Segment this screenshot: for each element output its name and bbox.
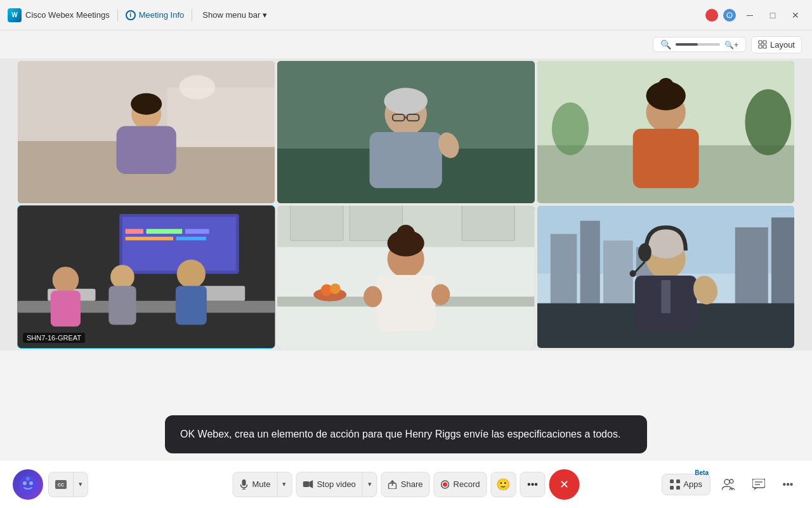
participant-bg-6: [537, 206, 794, 348]
svg-rect-57: [376, 275, 436, 331]
svg-point-82: [26, 477, 30, 481]
ai-assistant-button[interactable]: [13, 469, 43, 500]
toolbar-center: Mute ▾ Stop video ▾ S: [233, 469, 580, 500]
zoom-slider-fill: [676, 43, 698, 46]
apps-button[interactable]: Beta Apps: [662, 474, 710, 495]
record-icon: [441, 480, 450, 489]
ai-transcript-overlay: OK Webex, crea un elemento de acción par…: [165, 415, 647, 453]
share-button-group[interactable]: Share: [381, 472, 430, 497]
share-icon: [388, 480, 397, 489]
svg-point-55: [330, 283, 341, 294]
zoom-slider[interactable]: [676, 43, 720, 46]
svg-rect-11: [117, 126, 176, 174]
participant-bg-5: [277, 206, 534, 348]
svg-point-45: [177, 260, 206, 288]
svg-rect-85: [242, 479, 246, 486]
chat-button[interactable]: [746, 472, 771, 497]
participant-bg-2: [277, 61, 534, 203]
mute-dropdown-arrow-icon[interactable]: ▾: [277, 472, 291, 497]
participant-bg-1: [18, 61, 275, 203]
separator-1: [117, 9, 118, 22]
svg-rect-4: [759, 45, 762, 48]
emoji-reaction-button[interactable]: 🙂: [490, 472, 516, 497]
stop-video-button-group[interactable]: Stop video ▾: [296, 472, 377, 497]
minimize-button[interactable]: ─: [741, 6, 759, 24]
apps-label: Apps: [683, 479, 702, 489]
app-logo-area: W Cisco Webex Meetings: [8, 8, 110, 22]
svg-point-61: [432, 284, 450, 305]
svg-rect-8: [167, 87, 275, 147]
show-menu-label: Show menu bar: [202, 10, 260, 20]
svg-rect-2: [759, 41, 762, 44]
svg-point-17: [384, 88, 428, 114]
chat-icon: [752, 479, 765, 490]
svg-rect-34: [147, 229, 183, 234]
participant-bg-3: [537, 61, 794, 203]
svg-rect-93: [670, 479, 674, 483]
record-label: Record: [454, 479, 480, 489]
participants-button[interactable]: [716, 472, 741, 497]
svg-rect-37: [176, 237, 206, 241]
svg-point-92: [443, 482, 447, 486]
svg-text:CC: CC: [58, 483, 64, 487]
svg-rect-88: [303, 481, 309, 487]
video-tile-6: [537, 206, 794, 348]
mute-button-main[interactable]: Mute: [233, 472, 278, 497]
ai-face-icon: [18, 474, 38, 495]
tile-inner-2: [277, 61, 534, 203]
toolbar-more-button[interactable]: •••: [776, 473, 799, 496]
svg-rect-16: [370, 132, 442, 188]
video-tile-1: [18, 61, 275, 203]
zoom-out-button[interactable]: 🔍: [658, 39, 673, 50]
svg-marker-89: [309, 480, 313, 488]
show-menu-button[interactable]: Show menu bar ▾: [202, 10, 267, 20]
video-dropdown-arrow-icon[interactable]: ▾: [363, 472, 377, 497]
maximize-button[interactable]: □: [764, 6, 782, 24]
svg-rect-96: [676, 486, 680, 490]
svg-rect-35: [185, 229, 209, 234]
video-camera-icon: [303, 480, 313, 488]
meeting-info-label: Meeting Info: [139, 10, 185, 20]
svg-point-29: [658, 78, 674, 94]
video-tile-2: [277, 61, 534, 203]
svg-point-97: [724, 479, 730, 485]
tile-inner-1: [18, 61, 275, 203]
share-button-main[interactable]: Share: [382, 472, 429, 497]
stop-video-button-main[interactable]: Stop video: [296, 472, 362, 497]
tile-inner-4: [18, 206, 275, 348]
svg-rect-33: [126, 229, 143, 234]
close-button[interactable]: ✕: [787, 6, 804, 24]
window-controls: i ─ □ ✕: [705, 6, 804, 24]
participants-icon: [722, 479, 735, 490]
svg-point-81: [29, 481, 33, 485]
svg-point-41: [53, 267, 79, 293]
video-tile-3: [537, 61, 794, 203]
mute-label: Mute: [252, 479, 271, 489]
mute-button-group[interactable]: Mute ▾: [233, 472, 292, 497]
layout-button[interactable]: Layout: [751, 36, 802, 53]
toolbar-more-icon: •••: [783, 479, 794, 490]
beta-badge: Beta: [695, 469, 709, 476]
end-call-button[interactable]: ✕: [549, 469, 579, 500]
toolbar-right: Beta Apps: [662, 472, 799, 497]
maximize-icon: □: [770, 10, 775, 20]
cc-button[interactable]: CC ▾: [48, 472, 88, 497]
layout-icon: [758, 40, 767, 49]
more-options-button[interactable]: •••: [520, 472, 545, 497]
meeting-info-button[interactable]: i Meeting Info: [126, 10, 185, 20]
recording-status-dot: [705, 9, 718, 22]
toolbar-left: CC ▾: [13, 469, 88, 500]
zoom-in-button[interactable]: 🔍+: [723, 39, 740, 50]
record-button-group[interactable]: Record: [434, 472, 487, 497]
chevron-down-icon: ▾: [263, 10, 267, 20]
apps-grid-icon: [670, 479, 680, 490]
info-icon: i: [126, 10, 136, 20]
record-button-main[interactable]: Record: [435, 472, 487, 497]
svg-point-60: [363, 286, 382, 307]
svg-rect-49: [291, 206, 343, 241]
svg-point-75: [638, 243, 652, 262]
tile-inner-5: [277, 206, 534, 348]
zoom-out-icon: 🔍: [660, 39, 671, 50]
end-call-icon: ✕: [560, 478, 569, 491]
titlebar: W Cisco Webex Meetings i Meeting Info Sh…: [0, 0, 812, 30]
